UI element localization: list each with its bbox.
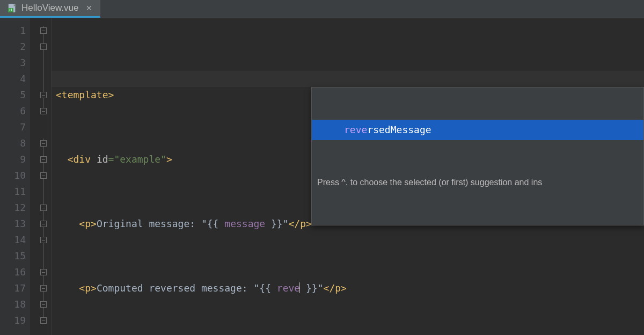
file-tab[interactable]: H HelloView.vue ✕ (0, 0, 100, 18)
line-number: 17 (0, 280, 26, 296)
code-area[interactable]: <template> <div id="example"> <p>Origina… (52, 18, 644, 335)
fold-toggle-icon[interactable] (40, 285, 47, 292)
line-gutter: 12345678910111213141516171819 (0, 18, 30, 335)
fold-toggle-icon[interactable] (40, 43, 47, 50)
fold-toggle-icon[interactable] (40, 156, 47, 163)
fold-toggle-icon[interactable] (40, 92, 47, 98)
line-number: 1 (0, 23, 26, 39)
line-number: 11 (0, 184, 26, 200)
line-number: 12 (0, 200, 26, 216)
fold-column[interactable] (30, 18, 52, 335)
line-number: 19 (0, 312, 26, 329)
fold-toggle-icon[interactable] (40, 205, 47, 211)
line-number: 14 (0, 232, 26, 248)
fold-toggle-icon[interactable] (40, 237, 47, 243)
line-number: 7 (0, 119, 26, 135)
tab-filename: HelloView.vue (21, 3, 78, 13)
fold-toggle-icon[interactable] (40, 108, 47, 114)
fold-toggle-icon[interactable] (40, 172, 47, 179)
close-icon[interactable]: ✕ (86, 4, 92, 12)
fold-toggle-icon[interactable] (40, 221, 47, 227)
line-number: 2 (0, 39, 26, 55)
svg-text:H: H (9, 8, 12, 12)
line-number: 16 (0, 264, 26, 280)
line-number: 6 (0, 103, 26, 119)
line-number: 4 (0, 71, 26, 87)
completion-popup[interactable]: reversedMessage Press ^. to choose the s… (311, 87, 644, 225)
line-number: 13 (0, 216, 26, 232)
vue-file-icon: H (8, 3, 17, 13)
line-number: 10 (0, 168, 26, 184)
line-number: 15 (0, 248, 26, 264)
tab-bar: H HelloView.vue ✕ (0, 0, 644, 18)
line-number: 3 (0, 55, 26, 71)
completion-item[interactable]: reversedMessage (312, 120, 643, 140)
line-number: 5 (0, 87, 26, 103)
code-line[interactable]: <p>Computed reversed message: "{{ reve }… (52, 280, 644, 296)
fold-toggle-icon[interactable] (40, 269, 47, 275)
line-number: 9 (0, 151, 26, 168)
code-editor[interactable]: 12345678910111213141516171819 <template>… (0, 18, 644, 335)
fold-toggle-icon[interactable] (40, 27, 47, 34)
fold-toggle-icon[interactable] (40, 140, 47, 147)
line-number: 8 (0, 135, 26, 151)
completion-hint: Press ^. to choose the selected (or firs… (312, 172, 643, 193)
fold-toggle-icon[interactable] (40, 301, 47, 308)
fold-toggle-icon[interactable] (40, 317, 47, 324)
line-number: 18 (0, 296, 26, 312)
